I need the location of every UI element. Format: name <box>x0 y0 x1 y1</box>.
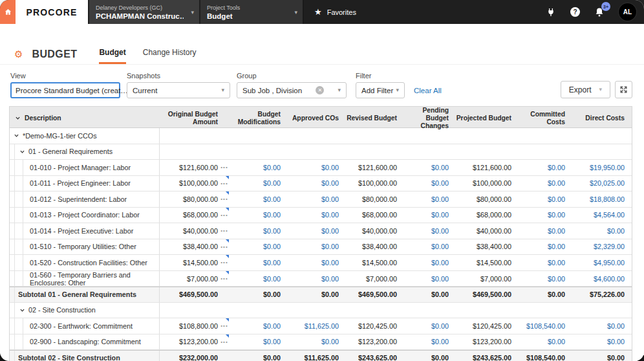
cell-approved-cos[interactable]: $0.00 <box>286 271 344 287</box>
cell-approved-cos[interactable]: $0.00 <box>286 160 344 175</box>
cell-original-budget: $40,000.00••• <box>160 223 235 239</box>
column-header-projected-budget[interactable]: Projected Budget <box>454 107 517 129</box>
ellipsis-menu-icon[interactable]: ••• <box>218 181 231 186</box>
snapshots-select[interactable]: Current ▾ <box>127 82 230 98</box>
user-avatar[interactable]: AL <box>619 3 636 21</box>
cell-approved-cos[interactable]: $0.00 <box>286 223 344 239</box>
cell-direct-costs[interactable]: $19,950.00 <box>570 160 632 175</box>
cell-direct-costs[interactable]: $2,329.00 <box>570 239 632 255</box>
add-filter-dropdown[interactable]: Add Filter ▾ <box>356 82 405 98</box>
cell-approved-cos[interactable]: $0.00 <box>286 191 344 207</box>
cell-pending-budget-changes[interactable]: $0.00 <box>402 223 454 239</box>
cell-direct-costs[interactable]: $4,600.00 <box>570 271 632 287</box>
cell-direct-costs[interactable]: $0.00 <box>570 318 632 334</box>
cell-budget-modifications[interactable]: $0.00 <box>235 239 286 255</box>
favorites-button[interactable]: ★ Favorites <box>303 0 367 24</box>
cell-budget-modifications[interactable]: $0.00 <box>235 255 286 270</box>
tab-budget[interactable]: Budget <box>99 48 125 64</box>
cell-budget-modifications[interactable]: $0.00 <box>235 208 286 223</box>
cell-pending-budget-changes[interactable]: $0.00 <box>402 208 454 223</box>
clear-all-link[interactable]: Clear All <box>414 87 442 94</box>
chevron-down-icon[interactable] <box>19 149 25 155</box>
cell-pending-budget-changes[interactable]: $0.00 <box>402 191 454 207</box>
tab-change-history[interactable]: Change History <box>143 48 197 64</box>
cell-budget-modifications[interactable]: $0.00 <box>235 223 286 239</box>
cell-approved-cos[interactable]: $0.00 <box>286 239 344 255</box>
cell-pending-budget-changes[interactable]: $0.00 <box>402 334 454 350</box>
cell-direct-costs[interactable]: $18,808.00 <box>570 191 632 207</box>
column-header-approved-cos[interactable]: Approved COs <box>286 107 344 129</box>
row-description: 02 - Site Construction <box>10 303 160 318</box>
cell-approved-cos[interactable]: $0.00 <box>286 334 344 350</box>
company-selector[interactable]: Delaney Developers (GC) PCHAMPMAN Constr… <box>89 0 199 24</box>
cell-budget-modifications[interactable]: $0.00 <box>235 176 286 191</box>
cell-approved-cos[interactable]: $11,625.00 <box>286 318 344 334</box>
cell-committed-costs[interactable]: $0.00 <box>517 160 570 175</box>
cell-budget-modifications[interactable]: $0.00 <box>235 318 286 334</box>
chevron-down-icon[interactable] <box>14 133 19 138</box>
column-header-description[interactable]: Description <box>10 107 160 129</box>
cell-budget-modifications[interactable]: $0.00 <box>235 271 286 287</box>
group-select[interactable]: Sub Job , Division ✕ ▾ <box>237 82 347 98</box>
row-description: 02-900 - Landscaping: Commitment <box>10 334 160 350</box>
ellipsis-menu-icon[interactable]: ••• <box>218 276 231 281</box>
column-header-revised-budget[interactable]: Revised Budget <box>344 107 402 129</box>
export-button[interactable]: Export ▾ <box>561 81 610 98</box>
cell-budget-modifications[interactable]: $0.00 <box>235 334 286 350</box>
ellipsis-menu-icon[interactable]: ••• <box>218 212 231 218</box>
cell-budget-modifications[interactable]: $0.00 <box>235 191 286 207</box>
cell-committed-costs[interactable]: $0.00 <box>517 334 570 350</box>
cell-approved-cos[interactable]: $0.00 <box>286 176 344 191</box>
ellipsis-menu-icon[interactable]: ••• <box>218 259 231 265</box>
column-header-committed-costs[interactable]: Committed Costs <box>517 107 570 129</box>
row-description-text: 02 - Site Construction <box>28 306 96 314</box>
cell-direct-costs[interactable]: $4,950.00 <box>570 255 632 270</box>
column-header-budget-modifications[interactable]: Budget Modifications <box>235 107 286 129</box>
group-row[interactable]: 02 - Site Construction <box>10 303 632 319</box>
cell-direct-costs[interactable]: $0.00 <box>570 334 632 350</box>
chevron-down-icon[interactable] <box>15 115 21 121</box>
cell-committed-costs[interactable]: $0.00 <box>517 223 570 239</box>
cell-approved-cos[interactable]: $0.00 <box>286 255 344 270</box>
cell-committed-costs[interactable]: $0.00 <box>517 255 570 270</box>
clear-group-icon[interactable]: ✕ <box>316 86 324 94</box>
group-row[interactable]: *Demo-MG-1-tier CCOs <box>10 128 632 144</box>
cell-pending-budget-changes[interactable]: $0.00 <box>402 239 454 255</box>
cell-approved-cos[interactable]: $0.00 <box>286 208 344 223</box>
column-header-direct-costs[interactable]: Direct Costs <box>570 107 632 129</box>
fullscreen-button[interactable] <box>615 81 632 98</box>
cell-direct-costs[interactable]: $0.00 <box>570 223 632 239</box>
gear-icon[interactable]: ⚙ <box>14 49 23 59</box>
ellipsis-menu-icon[interactable]: ••• <box>218 323 231 329</box>
cell-committed-costs[interactable]: $0.00 <box>517 239 570 255</box>
home-button[interactable] <box>0 0 16 24</box>
column-header-original-budget[interactable]: Original Budget Amount <box>160 107 235 129</box>
ellipsis-menu-icon[interactable]: ••• <box>218 196 231 202</box>
chevron-down-icon[interactable] <box>19 307 25 313</box>
cell-pending-budget-changes[interactable]: $0.00 <box>402 255 454 270</box>
ellipsis-menu-icon[interactable]: ••• <box>218 164 231 170</box>
cell-pending-budget-changes: $0.00 <box>402 287 454 302</box>
cell-direct-costs[interactable]: $20,025.00 <box>570 176 632 191</box>
cell-committed-costs[interactable]: $108,540.00 <box>517 318 570 334</box>
cell-pending-budget-changes[interactable]: $0.00 <box>402 271 454 287</box>
ellipsis-menu-icon[interactable]: ••• <box>218 228 231 234</box>
notifications-button[interactable]: 3+ <box>594 6 605 17</box>
ellipsis-menu-icon[interactable]: ••• <box>218 339 231 345</box>
cell-committed-costs[interactable]: $0.00 <box>517 271 570 287</box>
cell-budget-modifications[interactable]: $0.00 <box>235 160 286 175</box>
cell-pending-budget-changes[interactable]: $0.00 <box>402 160 454 175</box>
cell-committed-costs[interactable]: $0.00 <box>517 208 570 223</box>
marketplace-plug-button[interactable] <box>546 7 556 17</box>
cell-pending-budget-changes[interactable]: $0.00 <box>402 318 454 334</box>
cell-pending-budget-changes[interactable]: $0.00 <box>402 176 454 191</box>
cell-committed-costs[interactable]: $0.00 <box>517 191 570 207</box>
ellipsis-menu-icon[interactable]: ••• <box>218 244 231 250</box>
group-row[interactable]: 01 - General Requirements <box>10 144 632 160</box>
column-header-pending-budget-changes[interactable]: Pending Budget Changes <box>402 107 454 129</box>
help-button[interactable]: ? <box>570 7 580 17</box>
view-select[interactable]: Procore Standard Budget (creat… <box>10 82 120 98</box>
project-tools-selector[interactable]: Project Tools Budget ▾ <box>200 0 303 24</box>
cell-committed-costs[interactable]: $0.00 <box>517 176 570 191</box>
cell-direct-costs[interactable]: $4,564.00 <box>570 208 632 223</box>
